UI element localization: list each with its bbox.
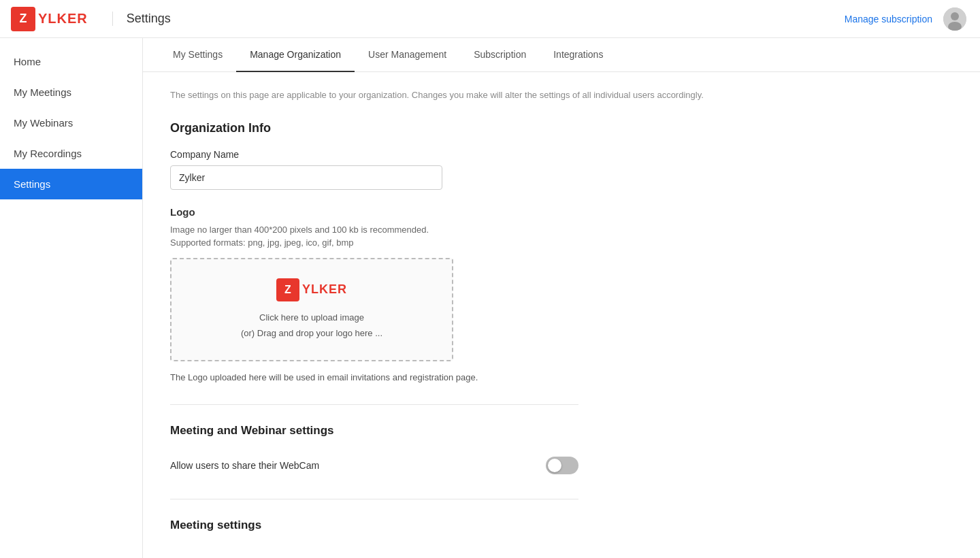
webcam-label: Allow users to share their WebCam: [170, 460, 319, 471]
webcam-toggle[interactable]: [546, 457, 578, 474]
header-left: Z YLKER Settings: [0, 7, 171, 31]
company-name-input[interactable]: [170, 165, 442, 190]
manage-subscription-link[interactable]: Manage subscription: [845, 14, 932, 24]
tab-integrations[interactable]: Integrations: [540, 38, 617, 72]
divider-1: [170, 404, 578, 405]
sidebar-item-settings[interactable]: Settings: [0, 169, 142, 199]
layout: Home My Meetings My Webinars My Recordin…: [0, 38, 980, 558]
meeting-settings-title: Meeting settings: [170, 519, 769, 532]
org-description: The settings on this page are applicable…: [170, 88, 769, 102]
page-title: Settings: [112, 12, 171, 26]
sidebar-item-my-webinars[interactable]: My Webinars: [0, 108, 142, 138]
webcam-setting-row: Allow users to share their WebCam: [170, 451, 578, 480]
toggle-thumb: [548, 459, 561, 472]
org-info-title: Organization Info: [170, 121, 769, 135]
toggle-track: [546, 457, 578, 474]
logo-upload-area[interactable]: Z YLKER Click here to upload image (or) …: [170, 258, 453, 362]
header-right: Manage subscription: [845, 7, 966, 31]
svg-point-1: [951, 12, 959, 20]
sidebar-item-home[interactable]: Home: [0, 46, 142, 77]
logo-area: Z YLKER: [0, 7, 99, 31]
tab-user-management[interactable]: User Management: [355, 38, 460, 72]
logo-info: The Logo uploaded here will be used in e…: [170, 371, 769, 385]
sidebar-item-my-meetings[interactable]: My Meetings: [0, 77, 142, 108]
logo-description: Image no larger than 400*200 pixels and …: [170, 223, 769, 250]
upload-instructions: Click here to upload image (or) Drag and…: [185, 310, 438, 342]
meeting-webinar-title: Meeting and Webinar settings: [170, 424, 769, 438]
avatar[interactable]: [943, 7, 966, 31]
company-name-field: Company Name: [170, 149, 769, 190]
sidebar: Home My Meetings My Webinars My Recordin…: [0, 38, 143, 558]
content-area: The settings on this page are applicable…: [143, 72, 796, 548]
logo-preview-text: YLKER: [302, 282, 347, 297]
sidebar-item-my-recordings[interactable]: My Recordings: [0, 138, 142, 169]
tabs: My Settings Manage Organization User Man…: [143, 38, 980, 72]
logo-preview: Z YLKER: [185, 278, 438, 301]
main-content: My Settings Manage Organization User Man…: [143, 38, 980, 558]
logo-box: Z: [11, 7, 35, 31]
logo-preview-box: Z: [276, 278, 299, 301]
company-name-label: Company Name: [170, 149, 769, 160]
tab-subscription[interactable]: Subscription: [460, 38, 540, 72]
tab-manage-organization[interactable]: Manage Organization: [236, 38, 355, 72]
logo-letter: Z: [20, 12, 27, 26]
logo-text: YLKER: [38, 11, 88, 27]
tab-my-settings[interactable]: My Settings: [159, 38, 236, 72]
divider-2: [170, 499, 578, 499]
logo-section: Logo Image no larger than 400*200 pixels…: [170, 206, 769, 386]
header: Z YLKER Settings Manage subscription: [0, 0, 980, 38]
logo-text-prefix: YLKER: [38, 11, 88, 26]
logo-label: Logo: [170, 206, 769, 218]
